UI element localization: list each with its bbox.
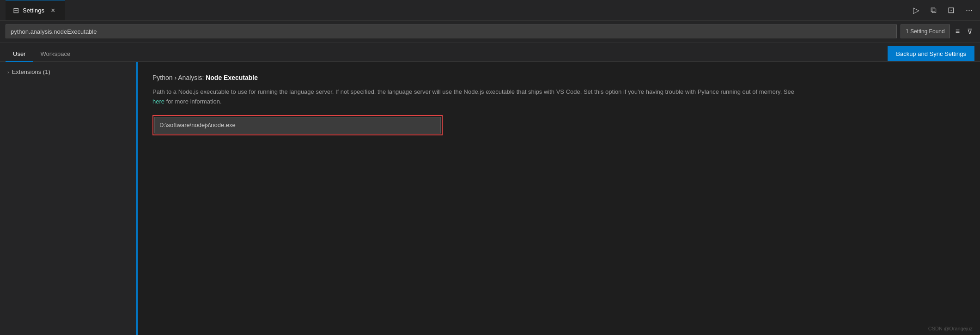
- search-results-badge: 1 Setting Found: [901, 24, 950, 38]
- title-bar-actions: ▷ ⧉ ⊡ ···: [911, 3, 974, 17]
- settings-icon: ⊟: [13, 6, 19, 15]
- tabs-right: Backup and Sync Settings: [888, 46, 974, 61]
- description-link[interactable]: here: [152, 98, 164, 105]
- filter-lines-icon[interactable]: ≡: [954, 26, 962, 37]
- setting-description: Path to a Node.js executable to use for …: [152, 87, 799, 107]
- more-button[interactable]: ···: [964, 4, 974, 17]
- setting-breadcrumb: Python › Analysis:: [152, 74, 204, 81]
- split-button[interactable]: ⧉: [929, 4, 938, 17]
- tabs-row: User Workspace Backup and Sync Settings: [0, 43, 980, 62]
- settings-tab[interactable]: ⊟ Settings ×: [6, 0, 65, 20]
- setting-input-wrapper: [152, 115, 443, 135]
- setting-title-bold: Node Executable: [206, 74, 258, 81]
- run-button[interactable]: ▷: [911, 3, 921, 17]
- search-input[interactable]: [6, 24, 897, 38]
- content-area: Python › Analysis: Node Executable Path …: [136, 62, 980, 335]
- sidebar: › Extensions (1): [0, 62, 136, 335]
- tab-user[interactable]: User: [6, 47, 33, 62]
- close-tab-button[interactable]: ×: [48, 6, 58, 16]
- description-suffix: for more information.: [164, 98, 222, 105]
- tab-workspace[interactable]: Workspace: [33, 47, 78, 62]
- setting-title: Python › Analysis: Node Executable: [152, 73, 965, 83]
- watermark: CSDN @Orangejuz: [928, 326, 973, 331]
- main-content: › Extensions (1) Python › Analysis: Node…: [0, 62, 980, 335]
- tab-label: Settings: [23, 7, 44, 14]
- layout-button[interactable]: ⊡: [946, 3, 956, 17]
- backup-sync-button[interactable]: Backup and Sync Settings: [888, 46, 974, 61]
- sidebar-item-label: Extensions (1): [12, 68, 128, 75]
- description-text: Path to a Node.js executable to use for …: [152, 88, 794, 95]
- search-icons: ≡ ⊽: [954, 26, 974, 37]
- chevron-right-icon: ›: [7, 69, 9, 75]
- sidebar-item-extensions[interactable]: › Extensions (1): [0, 66, 136, 78]
- search-bar-row: 1 Setting Found ≡ ⊽: [0, 21, 980, 43]
- funnel-icon[interactable]: ⊽: [965, 26, 974, 37]
- title-bar: ⊟ Settings × ▷ ⧉ ⊡ ···: [0, 0, 980, 21]
- setting-section: Python › Analysis: Node Executable Path …: [138, 62, 980, 146]
- node-executable-input[interactable]: [154, 117, 441, 134]
